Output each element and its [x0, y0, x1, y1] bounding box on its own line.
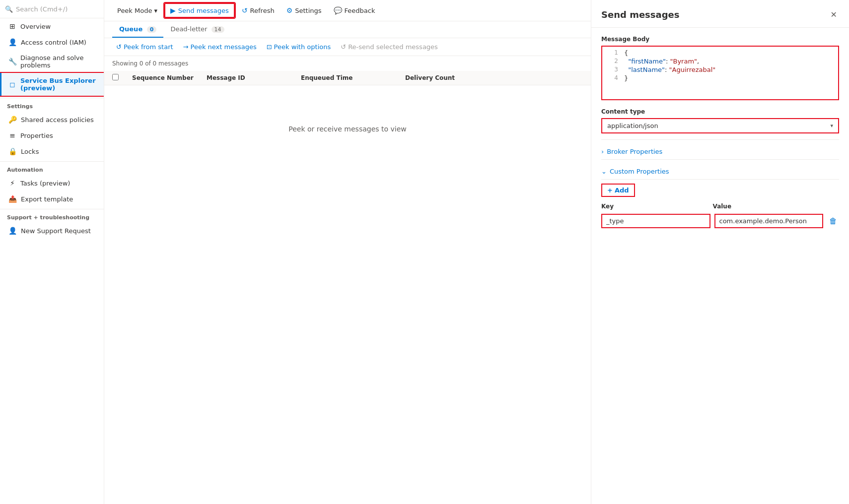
sidebar-item-overview[interactable]: ⊞ Overview: [0, 18, 104, 34]
broker-chevron-icon: ›: [601, 148, 604, 155]
resend-icon: ↺: [341, 43, 346, 51]
send-messages-panel: Send messages ✕ Message Body 1 { 2 "firs…: [591, 0, 849, 504]
settings-button[interactable]: ⚙ Settings: [282, 4, 327, 17]
value-column-header: Value: [713, 203, 821, 210]
content-type-label: Content type: [601, 108, 839, 115]
tab-queue-label: Queue: [119, 25, 142, 33]
code-line-1: 1 {: [602, 49, 838, 57]
sequence-number-header: Sequence Number: [132, 74, 202, 81]
message-id-header: Message ID: [207, 74, 296, 81]
line-content-2: "firstName": "Byram",: [624, 58, 699, 65]
panel-header: Send messages ✕: [591, 0, 849, 28]
iam-icon: 👤: [8, 38, 17, 46]
sidebar-item-label: Tasks (preview): [20, 180, 70, 187]
tab-deadletter[interactable]: Dead-letter 14: [163, 21, 231, 38]
sidebar-item-tasks[interactable]: ⚡ Tasks (preview): [0, 175, 104, 191]
resend-label: Re-send selected messages: [348, 43, 438, 51]
message-body-label: Message Body: [601, 36, 839, 43]
refresh-icon: ↺: [242, 6, 248, 14]
divider-1: [601, 139, 839, 140]
sidebar-item-diagnose[interactable]: 🔧 Diagnose and solve problems: [0, 50, 104, 73]
peek-next-icon: →: [183, 43, 189, 51]
automation-section-header: Automation: [0, 161, 104, 175]
empty-message: Peek or receive messages to view: [104, 85, 591, 173]
main-content: Peek Mode ▾ ▶ Send messages ↺ Refresh ⚙ …: [104, 0, 591, 504]
settings-icon: ⚙: [286, 6, 293, 14]
sub-toolbar: ↺ Peek from start → Peek next messages ⊡…: [104, 38, 591, 56]
value-input-0[interactable]: [714, 214, 824, 228]
broker-properties-header[interactable]: › Broker Properties: [601, 144, 839, 160]
sidebar-item-export[interactable]: 📤 Export template: [0, 191, 104, 207]
resend-button[interactable]: ↺ Re-send selected messages: [337, 41, 442, 53]
add-button-label: Add: [615, 187, 629, 194]
custom-properties-label: Custom Properties: [610, 168, 669, 175]
toolbar: Peek Mode ▾ ▶ Send messages ↺ Refresh ⚙ …: [104, 0, 591, 21]
tab-deadletter-badge: 14: [212, 26, 224, 33]
explorer-icon: ◻: [8, 80, 16, 88]
message-body-editor[interactable]: 1 { 2 "firstName": "Byram", 3 "lastName"…: [601, 46, 839, 100]
content-type-wrapper: application/json ▾ application/json text…: [601, 118, 839, 133]
sidebar-item-shared-access[interactable]: 🔑 Shared access policies: [0, 112, 104, 127]
key-col: [601, 214, 710, 228]
peek-mode-chevron-icon: ▾: [154, 7, 157, 14]
peek-next-button[interactable]: → Peek next messages: [179, 41, 261, 53]
refresh-label: Refresh: [250, 7, 275, 14]
send-messages-button[interactable]: ▶ Send messages: [164, 3, 235, 18]
diagnose-icon: 🔧: [8, 58, 16, 65]
peek-from-start-button[interactable]: ↺ Peek from start: [112, 41, 177, 53]
peek-mode-button[interactable]: Peek Mode ▾: [112, 4, 162, 17]
add-icon: +: [607, 187, 613, 194]
line-content-1: {: [624, 49, 628, 57]
val-col: [714, 214, 824, 228]
search-icon: 🔍: [5, 5, 13, 13]
add-property-button[interactable]: + Add: [601, 184, 635, 197]
sidebar-nav: ⊞ Overview 👤 Access control (IAM) 🔧 Diag…: [0, 18, 104, 96]
tab-queue[interactable]: Queue 0: [112, 21, 163, 38]
message-area: Showing 0 of 0 messages Sequence Number …: [104, 56, 591, 504]
lock-icon: 🔒: [8, 147, 17, 155]
peek-with-options-label: Peek with options: [274, 43, 331, 51]
code-line-3: 3 "lastName": "Aguirrezabal": [602, 65, 838, 74]
sidebar-item-label: New Support Request: [21, 227, 91, 235]
settings-label: Settings: [295, 7, 321, 14]
search-input[interactable]: [16, 5, 100, 13]
code-line-4: 4 }: [602, 74, 838, 82]
sidebar-item-label: Access control (IAM): [21, 39, 86, 46]
line-num-4: 4: [606, 74, 618, 81]
tasks-icon: ⚡: [8, 179, 16, 187]
kv-row-0: 🗑: [601, 214, 839, 228]
peek-with-options-button[interactable]: ⊡ Peek with options: [263, 41, 335, 53]
sidebar-item-label: Overview: [20, 23, 51, 30]
custom-properties-header[interactable]: ⌄ Custom Properties: [601, 164, 839, 180]
feedback-icon: 💬: [334, 6, 342, 14]
settings-section-header: Settings: [0, 98, 104, 112]
peek-from-start-icon: ↺: [116, 43, 122, 51]
sidebar: 🔍 ≪ ⊞ Overview 👤 Access control (IAM) 🔧 …: [0, 0, 104, 504]
sidebar-item-label: Shared access policies: [21, 116, 94, 124]
export-icon: 📤: [8, 195, 17, 203]
feedback-button[interactable]: 💬 Feedback: [329, 4, 380, 17]
line-num-3: 3: [606, 66, 618, 73]
peek-options-icon: ⊡: [267, 43, 272, 51]
feedback-label: Feedback: [345, 7, 375, 14]
panel-close-button[interactable]: ✕: [829, 8, 839, 21]
kv-headers: Key Value: [601, 203, 839, 212]
select-all-checkbox[interactable]: [112, 74, 119, 80]
delete-row-button-0[interactable]: 🗑: [827, 214, 839, 228]
sidebar-item-locks[interactable]: 🔒 Locks: [0, 143, 104, 159]
send-messages-label: Send messages: [178, 7, 229, 14]
delivery-count-header: Delivery Count: [405, 74, 475, 81]
sidebar-item-support[interactable]: 👤 New Support Request: [0, 223, 104, 239]
sidebar-item-properties[interactable]: ≡ Properties: [0, 127, 104, 143]
line-num-1: 1: [606, 49, 618, 56]
table-header: Sequence Number Message ID Enqueued Time…: [104, 71, 591, 85]
sidebar-item-explorer[interactable]: ◻ Service Bus Explorer (preview): [0, 73, 104, 96]
custom-chevron-icon: ⌄: [601, 168, 607, 175]
overview-icon: ⊞: [8, 22, 16, 30]
line-content-3: "lastName": "Aguirrezabal": [624, 66, 715, 73]
sidebar-item-iam[interactable]: 👤 Access control (IAM): [0, 34, 104, 50]
refresh-button[interactable]: ↺ Refresh: [237, 4, 280, 17]
content-type-section: Content type application/json ▾ applicat…: [601, 108, 839, 133]
code-line-2: 2 "firstName": "Byram",: [602, 57, 838, 65]
key-input-0[interactable]: [601, 214, 710, 228]
